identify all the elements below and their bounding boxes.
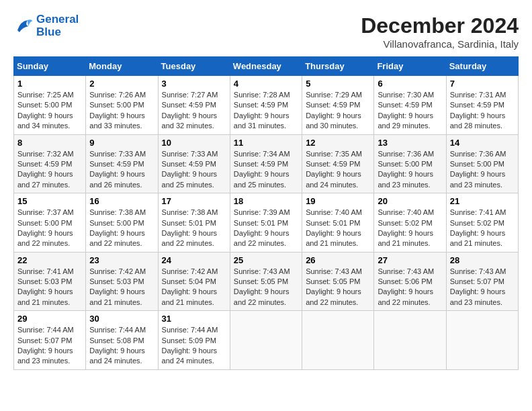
- logo-text: General Blue: [36, 13, 79, 38]
- calendar-table: SundayMondayTuesdayWednesdayThursdayFrid…: [13, 56, 519, 370]
- calendar-day-cell: 22 Sunrise: 7:41 AMSunset: 5:03 PMDaylig…: [14, 252, 86, 311]
- day-number: 14: [450, 138, 515, 148]
- calendar-week-row: 22 Sunrise: 7:41 AMSunset: 5:03 PMDaylig…: [14, 252, 519, 311]
- day-info: Sunrise: 7:29 AMSunset: 4:59 PMDaylight:…: [306, 91, 362, 130]
- day-info: Sunrise: 7:26 AMSunset: 5:00 PMDaylight:…: [89, 91, 146, 130]
- calendar-day-cell: 20 Sunrise: 7:40 AMSunset: 5:02 PMDaylig…: [374, 193, 446, 253]
- day-number: 7: [450, 79, 515, 89]
- location: Villanovafranca, Sardinia, Italy: [361, 38, 519, 50]
- day-info: Sunrise: 7:41 AMSunset: 5:03 PMDaylight:…: [17, 267, 74, 306]
- day-number: 30: [89, 314, 154, 324]
- calendar-day-cell: 1 Sunrise: 7:25 AMSunset: 5:00 PMDayligh…: [14, 76, 86, 135]
- calendar-header-cell: Tuesday: [158, 57, 230, 76]
- page-header: General Blue December 2024 Villanovafran…: [13, 13, 519, 50]
- day-number: 9: [89, 138, 154, 148]
- day-info: Sunrise: 7:42 AMSunset: 5:03 PMDaylight:…: [89, 267, 146, 306]
- calendar-day-cell: [302, 311, 374, 370]
- calendar-header-cell: Friday: [374, 57, 446, 76]
- day-number: 4: [234, 79, 298, 89]
- day-number: 23: [89, 255, 154, 265]
- calendar-header-row: SundayMondayTuesdayWednesdayThursdayFrid…: [14, 57, 519, 76]
- day-info: Sunrise: 7:44 AMSunset: 5:09 PMDaylight:…: [162, 326, 218, 365]
- day-number: 6: [378, 79, 442, 89]
- day-info: Sunrise: 7:43 AMSunset: 5:07 PMDaylight:…: [450, 267, 506, 306]
- day-info: Sunrise: 7:28 AMSunset: 4:59 PMDaylight:…: [234, 91, 290, 130]
- day-info: Sunrise: 7:33 AMSunset: 4:59 PMDaylight:…: [89, 150, 146, 189]
- calendar-day-cell: 28 Sunrise: 7:43 AMSunset: 5:07 PMDaylig…: [446, 252, 518, 311]
- calendar-header-cell: Saturday: [446, 57, 518, 76]
- calendar-day-cell: 26 Sunrise: 7:43 AMSunset: 5:05 PMDaylig…: [302, 252, 374, 311]
- calendar-day-cell: 24 Sunrise: 7:42 AMSunset: 5:04 PMDaylig…: [158, 252, 230, 311]
- day-number: 18: [234, 196, 298, 206]
- calendar-header-cell: Wednesday: [230, 57, 302, 76]
- calendar-day-cell: [230, 311, 302, 370]
- calendar-week-row: 1 Sunrise: 7:25 AMSunset: 5:00 PMDayligh…: [14, 76, 519, 135]
- day-info: Sunrise: 7:44 AMSunset: 5:07 PMDaylight:…: [17, 326, 74, 365]
- title-block: December 2024 Villanovafranca, Sardinia,…: [361, 13, 519, 50]
- calendar-day-cell: 5 Sunrise: 7:29 AMSunset: 4:59 PMDayligh…: [302, 76, 374, 135]
- calendar-day-cell: 19 Sunrise: 7:40 AMSunset: 5:01 PMDaylig…: [302, 193, 374, 253]
- day-info: Sunrise: 7:39 AMSunset: 5:01 PMDaylight:…: [234, 208, 290, 247]
- day-number: 25: [234, 255, 298, 265]
- calendar-header-cell: Monday: [86, 57, 158, 76]
- day-number: 12: [306, 138, 370, 148]
- day-info: Sunrise: 7:43 AMSunset: 5:05 PMDaylight:…: [234, 267, 290, 306]
- day-info: Sunrise: 7:34 AMSunset: 4:59 PMDaylight:…: [234, 150, 290, 189]
- calendar-header-cell: Thursday: [302, 57, 374, 76]
- day-number: 17: [162, 196, 226, 206]
- calendar-body: 1 Sunrise: 7:25 AMSunset: 5:00 PMDayligh…: [14, 76, 519, 370]
- calendar-day-cell: 8 Sunrise: 7:32 AMSunset: 4:59 PMDayligh…: [14, 134, 86, 193]
- day-number: 11: [234, 138, 298, 148]
- calendar-week-row: 8 Sunrise: 7:32 AMSunset: 4:59 PMDayligh…: [14, 134, 519, 193]
- day-info: Sunrise: 7:36 AMSunset: 5:00 PMDaylight:…: [450, 150, 506, 189]
- logo: General Blue: [13, 13, 79, 38]
- calendar-day-cell: 11 Sunrise: 7:34 AMSunset: 4:59 PMDaylig…: [230, 134, 302, 193]
- day-number: 26: [306, 255, 370, 265]
- day-number: 22: [17, 255, 82, 265]
- calendar-day-cell: 9 Sunrise: 7:33 AMSunset: 4:59 PMDayligh…: [86, 134, 158, 193]
- day-info: Sunrise: 7:31 AMSunset: 4:59 PMDaylight:…: [450, 91, 506, 130]
- calendar-day-cell: 3 Sunrise: 7:27 AMSunset: 4:59 PMDayligh…: [158, 76, 230, 135]
- day-number: 29: [17, 314, 82, 324]
- calendar-day-cell: 31 Sunrise: 7:44 AMSunset: 5:09 PMDaylig…: [158, 311, 230, 370]
- day-number: 10: [162, 138, 226, 148]
- calendar-week-row: 29 Sunrise: 7:44 AMSunset: 5:07 PMDaylig…: [14, 311, 519, 370]
- calendar-day-cell: 21 Sunrise: 7:41 AMSunset: 5:02 PMDaylig…: [446, 193, 518, 253]
- calendar-day-cell: 7 Sunrise: 7:31 AMSunset: 4:59 PMDayligh…: [446, 76, 518, 135]
- day-number: 8: [17, 138, 82, 148]
- day-number: 21: [450, 196, 515, 206]
- day-info: Sunrise: 7:41 AMSunset: 5:02 PMDaylight:…: [450, 208, 506, 247]
- calendar-day-cell: 30 Sunrise: 7:44 AMSunset: 5:08 PMDaylig…: [86, 311, 158, 370]
- day-number: 13: [378, 138, 442, 148]
- day-number: 3: [162, 79, 226, 89]
- calendar-day-cell: 2 Sunrise: 7:26 AMSunset: 5:00 PMDayligh…: [86, 76, 158, 135]
- day-info: Sunrise: 7:38 AMSunset: 5:01 PMDaylight:…: [162, 208, 218, 247]
- day-info: Sunrise: 7:40 AMSunset: 5:01 PMDaylight:…: [306, 208, 362, 247]
- calendar-day-cell: 15 Sunrise: 7:37 AMSunset: 5:00 PMDaylig…: [14, 193, 86, 253]
- day-number: 19: [306, 196, 370, 206]
- calendar-day-cell: 18 Sunrise: 7:39 AMSunset: 5:01 PMDaylig…: [230, 193, 302, 253]
- logo-bird-icon: [13, 16, 34, 36]
- day-number: 27: [378, 255, 442, 265]
- calendar-day-cell: 27 Sunrise: 7:43 AMSunset: 5:06 PMDaylig…: [374, 252, 446, 311]
- day-number: 15: [17, 196, 82, 206]
- calendar-day-cell: 23 Sunrise: 7:42 AMSunset: 5:03 PMDaylig…: [86, 252, 158, 311]
- day-number: 5: [306, 79, 370, 89]
- day-info: Sunrise: 7:35 AMSunset: 4:59 PMDaylight:…: [306, 150, 362, 189]
- day-info: Sunrise: 7:30 AMSunset: 4:59 PMDaylight:…: [378, 91, 434, 130]
- day-info: Sunrise: 7:36 AMSunset: 5:00 PMDaylight:…: [378, 150, 434, 189]
- calendar-day-cell: 14 Sunrise: 7:36 AMSunset: 5:00 PMDaylig…: [446, 134, 518, 193]
- day-info: Sunrise: 7:25 AMSunset: 5:00 PMDaylight:…: [17, 91, 74, 130]
- day-number: 28: [450, 255, 515, 265]
- calendar-day-cell: 17 Sunrise: 7:38 AMSunset: 5:01 PMDaylig…: [158, 193, 230, 253]
- day-info: Sunrise: 7:32 AMSunset: 4:59 PMDaylight:…: [17, 150, 74, 189]
- day-number: 1: [17, 79, 82, 89]
- month-title: December 2024: [361, 13, 519, 38]
- calendar-day-cell: [446, 311, 518, 370]
- day-info: Sunrise: 7:43 AMSunset: 5:05 PMDaylight:…: [306, 267, 362, 306]
- calendar-day-cell: 4 Sunrise: 7:28 AMSunset: 4:59 PMDayligh…: [230, 76, 302, 135]
- day-info: Sunrise: 7:37 AMSunset: 5:00 PMDaylight:…: [17, 208, 74, 247]
- day-number: 16: [89, 196, 154, 206]
- day-info: Sunrise: 7:27 AMSunset: 4:59 PMDaylight:…: [162, 91, 218, 130]
- day-info: Sunrise: 7:43 AMSunset: 5:06 PMDaylight:…: [378, 267, 434, 306]
